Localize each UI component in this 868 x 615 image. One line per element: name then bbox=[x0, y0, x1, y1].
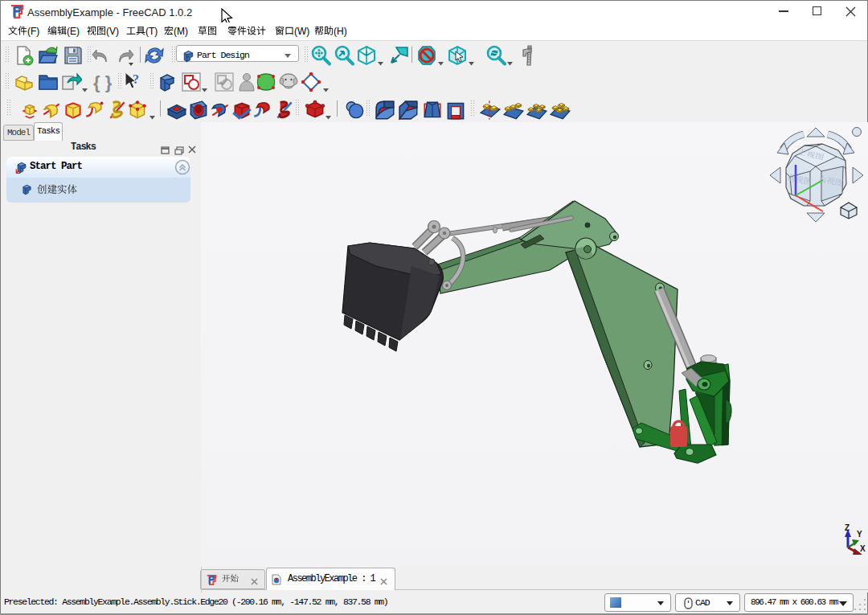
svg-text:Y: Y bbox=[857, 530, 862, 539]
svg-text:Z: Z bbox=[845, 523, 850, 532]
svg-text:X: X bbox=[860, 544, 866, 553]
svg-text:?: ? bbox=[133, 72, 139, 86]
svg-text:(T): (T) bbox=[145, 26, 158, 37]
svg-text:(V): (V) bbox=[106, 26, 119, 37]
svg-text:{ }: { } bbox=[93, 72, 112, 92]
svg-text:(W): (W) bbox=[294, 26, 309, 37]
svg-text:(H): (H) bbox=[334, 26, 347, 37]
svg-text:(F): (F) bbox=[27, 26, 39, 37]
svg-text:(M): (M) bbox=[174, 26, 188, 37]
svg-text:(E): (E) bbox=[67, 26, 80, 37]
